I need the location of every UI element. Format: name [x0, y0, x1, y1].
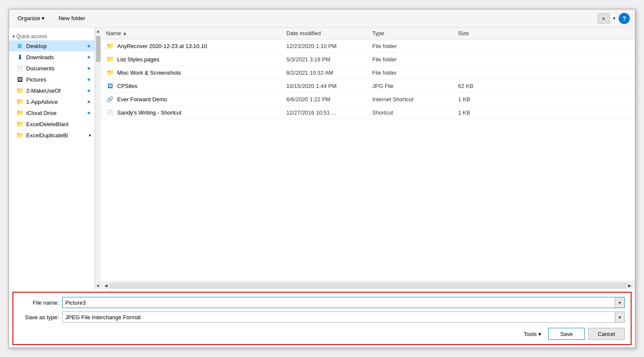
file-date-cell: 12/23/2020 1:10 PM [286, 43, 372, 49]
sidebar-item-desktop[interactable]: 🖥 Desktop ★ [9, 40, 94, 51]
save-dialog: Organize ▾ New folder ≡ ▾ ? ▾ Quick acce… [9, 9, 635, 348]
sort-arrow: ▲ [123, 31, 127, 36]
folder-icon: 📁 [106, 55, 114, 63]
scroll-down-arrow[interactable]: ▼ [95, 282, 101, 289]
sidebar-item-2makeuseof[interactable]: 📁 2-MakeUseOf ★ [9, 85, 94, 96]
sidebar: ▾ Quick access 🖥 Desktop ★ ⬇ Downloads ★… [9, 27, 95, 289]
file-name-cell: 📁 AnyRecover 2020-12-23 at 13.10.10 [106, 42, 286, 50]
downloads-icon: ⬇ [16, 54, 24, 61]
pin-icon: ★ [87, 99, 91, 105]
file-name-cell: 🔗 Ever Forward Demo [106, 95, 286, 103]
sidebar-item-label: Desktop [26, 43, 47, 49]
help-button[interactable]: ? [619, 13, 630, 24]
file-size-cell: 62 KB [458, 83, 630, 89]
save-as-type-value: JPEG File Interchange Format [63, 314, 615, 321]
quick-access-section[interactable]: ▾ Quick access [9, 31, 94, 40]
main-area: ▾ Quick access 🖥 Desktop ★ ⬇ Downloads ★… [9, 27, 635, 289]
cancel-button[interactable]: Cancel [588, 328, 625, 340]
file-name-cell: 📁 List Styles.pages [106, 55, 286, 63]
save-as-type-container: JPEG File Interchange Format ▾ [62, 312, 625, 323]
horizontal-scrollbar: ◀ ▶ [101, 281, 635, 289]
save-as-type-row: Save as type: JPEG File Interchange Form… [19, 312, 625, 323]
tools-button[interactable]: Tools ▾ [520, 329, 545, 339]
scroll-left-arrow[interactable]: ◀ [103, 283, 109, 288]
shortcut-icon: 📄 [106, 109, 114, 116]
scroll-up-arrow[interactable]: ▲ [95, 27, 101, 34]
view-icon-button[interactable]: ≡ [598, 13, 610, 24]
col-header-size[interactable]: Size [458, 30, 630, 36]
tools-dropdown-arrow: ▾ [538, 331, 541, 337]
folder-icon: 📁 [106, 69, 114, 76]
pin-icon: ★ [87, 43, 91, 49]
pin-icon: ★ [87, 66, 91, 71]
scroll-down-indicator: ▾ [89, 133, 91, 138]
organize-button[interactable]: Organize ▾ [14, 13, 48, 23]
sidebar-scrollbar[interactable]: ▲ ▼ [95, 27, 101, 289]
file-list: 📁 AnyRecover 2020-12-23 at 13.10.10 12/2… [101, 39, 635, 281]
bottom-buttons: Tools ▾ Save Cancel [19, 328, 625, 340]
file-name-input[interactable] [63, 297, 615, 308]
toolbar: Organize ▾ New folder ≡ ▾ ? [9, 9, 635, 27]
col-header-name[interactable]: Name ▲ [106, 30, 286, 36]
sidebar-item-label: ExcelDuplicateBl [26, 132, 68, 139]
icloud-icon: 📁 [16, 109, 24, 116]
pin-icon: ★ [87, 54, 91, 60]
scroll-thumb[interactable] [96, 36, 100, 62]
table-row[interactable]: 🔗 Ever Forward Demo 6/6/2020 1:22 PM Int… [101, 93, 635, 106]
file-name-cell: 📁 Misc Work & Screenshots [106, 69, 286, 76]
sidebar-item-exceldel[interactable]: 📁 ExcelDeleteBlanl [9, 118, 94, 130]
file-area: Name ▲ Date modified Type Size 📁 [101, 27, 635, 289]
file-type-cell: File folder [372, 56, 458, 63]
file-date-cell: 12/27/2016 10:51 ... [286, 109, 372, 116]
pin-icon: ★ [87, 77, 91, 82]
col-header-date[interactable]: Date modified [286, 30, 372, 36]
save-button[interactable]: Save [548, 328, 585, 340]
sidebar-item-pictures[interactable]: 🖼 Pictures ★ [9, 74, 94, 85]
file-name-label: File name: [19, 300, 62, 306]
new-folder-button[interactable]: New folder [55, 13, 88, 23]
table-row[interactable]: 📁 Misc Work & Screenshots 8/2/2021 10:32… [101, 66, 635, 79]
sidebar-item-documents[interactable]: 📄 Documents ★ [9, 63, 94, 74]
sidebar-item-label: Pictures [26, 76, 46, 83]
file-name-input-container: ▾ [62, 297, 625, 308]
column-headers: Name ▲ Date modified Type Size [101, 27, 635, 39]
table-row[interactable]: 🖼 CPSites 10/15/2020 1:44 PM JPG File 62… [101, 79, 635, 93]
table-row[interactable]: 📄 Sandy's Writing - Shortcut 12/27/2016 … [101, 106, 635, 119]
file-name-dropdown[interactable]: ▾ [615, 297, 624, 308]
save-as-type-label: Save as type: [19, 314, 62, 321]
scroll-right-arrow[interactable]: ▶ [626, 283, 633, 288]
sidebar-item-downloads[interactable]: ⬇ Downloads ★ [9, 51, 94, 63]
file-date-cell: 5/3/2021 3:18 PM [286, 56, 372, 63]
file-type-cell: File folder [372, 70, 458, 76]
pictures-icon: 🖼 [16, 76, 24, 83]
table-row[interactable]: 📁 List Styles.pages 5/3/2021 3:18 PM Fil… [101, 53, 635, 66]
folder-icon: 📁 [16, 87, 24, 94]
file-size-cell: 1 KB [458, 96, 630, 103]
scrollbar-track[interactable] [109, 283, 626, 288]
folder-icon: 📁 [16, 98, 24, 105]
col-header-type[interactable]: Type [372, 30, 458, 36]
table-row[interactable]: 📁 AnyRecover 2020-12-23 at 13.10.10 12/2… [101, 39, 635, 53]
sidebar-item-1appadvice[interactable]: 📁 1-AppAdvice ★ [9, 96, 94, 107]
sidebar-item-label: 1-AppAdvice [26, 99, 58, 105]
view-dropdown-arrow[interactable]: ▾ [613, 16, 615, 21]
sidebar-container: ▾ Quick access 🖥 Desktop ★ ⬇ Downloads ★… [9, 27, 101, 289]
sidebar-item-icloud[interactable]: 📁 iCloud Drive ★ [9, 107, 94, 118]
sidebar-item-exceldup[interactable]: 📁 ExcelDuplicateBl ▾ [9, 130, 94, 141]
file-type-cell: Internet Shortcut [372, 96, 458, 103]
file-name-cell: 📄 Sandy's Writing - Shortcut [106, 109, 286, 116]
file-type-cell: JPG File [372, 83, 458, 89]
file-name-cell: 🖼 CPSites [106, 82, 286, 90]
file-date-cell: 10/15/2020 1:44 PM [286, 83, 372, 89]
sidebar-item-label: ExcelDeleteBlanl [26, 121, 68, 127]
file-date-cell: 8/2/2021 10:32 AM [286, 70, 372, 76]
pin-icon: ★ [87, 88, 91, 94]
folder-icon: 📁 [16, 132, 24, 139]
sidebar-item-label: Documents [26, 65, 55, 72]
bottom-section: File name: ▾ Save as type: JPEG File Int… [12, 292, 632, 345]
sidebar-item-label: iCloud Drive [26, 110, 57, 116]
save-as-type-dropdown[interactable]: ▾ [615, 312, 624, 322]
pin-icon: ★ [87, 110, 91, 116]
folder-icon: 📁 [16, 121, 24, 127]
jpg-icon: 🖼 [106, 82, 114, 90]
